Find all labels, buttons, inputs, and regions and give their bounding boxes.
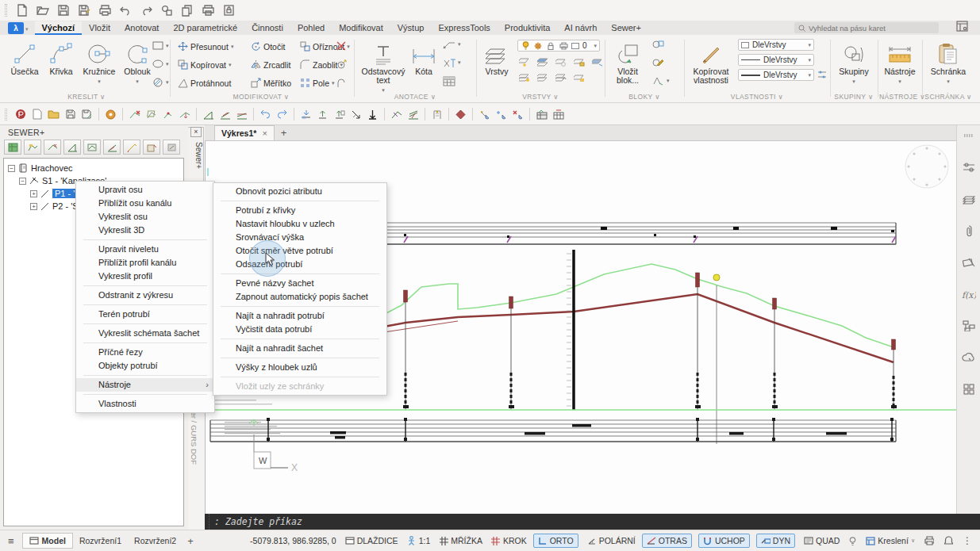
submenu-item-potrubi-z-krivky[interactable]: Potrubí z křivky	[213, 204, 386, 217]
toggle-uchop[interactable]: UCHOP	[698, 534, 750, 548]
export-tool-button[interactable]	[143, 140, 160, 155]
tab-2d-parametricke[interactable]: 2D parametrické	[166, 21, 244, 35]
blocks-panel-icon[interactable]	[962, 382, 976, 396]
open-file-icon[interactable]	[34, 2, 52, 18]
tab-modifikovat[interactable]: Modifikovat	[332, 21, 390, 35]
open-project-button[interactable]	[46, 107, 61, 121]
menu-item-upravit-niveletu[interactable]: Upravit niveletu	[76, 243, 214, 256]
circle-button[interactable]: Kružnice ▾	[79, 38, 119, 86]
menu-item-pricne-rezy[interactable]: Příčné řezy	[76, 346, 214, 359]
move-button[interactable]: Přesunout▾	[178, 41, 233, 52]
new-layout-button[interactable]: +	[187, 535, 194, 547]
panel-close-button[interactable]: ×	[190, 127, 202, 137]
layer-freeze-button[interactable]	[555, 57, 567, 68]
axis-draw-button[interactable]	[127, 107, 142, 121]
save-icon[interactable]	[55, 2, 72, 18]
explode-button[interactable]	[336, 59, 347, 70]
toggle-mrizka[interactable]: MŘÍŽKA	[439, 536, 482, 545]
tools-button[interactable]: Nástroje ▾	[881, 38, 919, 86]
submenu-item-automaticky-popis[interactable]: Zapnout automatický popis šachet	[213, 290, 386, 304]
chart-tool-button[interactable]	[103, 140, 121, 155]
app-button-chevron-icon[interactable]: ▾	[25, 26, 29, 33]
tree-item-project[interactable]: − Hrachovec	[4, 162, 183, 174]
catalog-tool-button[interactable]	[123, 140, 140, 155]
notification-bell-icon[interactable]	[943, 536, 953, 545]
status-overflow-icon[interactable]: ⋮	[963, 535, 972, 546]
groups-button[interactable]: Skupiny ▾	[833, 38, 874, 86]
recalc-up-button[interactable]	[348, 107, 363, 121]
tab-vystup[interactable]: Výstup	[390, 21, 432, 35]
properties-toggle-button[interactable]	[817, 70, 827, 79]
menu-item-odstranit[interactable]: Odstranit z výkresu	[76, 289, 214, 302]
save-project-button[interactable]	[63, 107, 78, 121]
toggle-orto[interactable]: ORTO	[533, 534, 578, 548]
layer-merge-button[interactable]	[592, 57, 603, 68]
submenu-item-najit-nahradit-sachet[interactable]: Najít a nahradit šachet	[213, 342, 386, 355]
toggle-dlazdice[interactable]: DLAŽDICE	[345, 536, 398, 545]
layer-on-icon[interactable]	[521, 41, 530, 51]
project-table-button[interactable]	[4, 140, 21, 155]
polyline-button[interactable]: Křivka	[44, 38, 78, 76]
expand-icon[interactable]: +	[30, 203, 37, 210]
menu-item-nastroje[interactable]: Nástroje ›	[76, 378, 214, 392]
undo-sewer-button[interactable]	[258, 107, 273, 121]
menu-item-vykreslit-3d[interactable]: Vykreslit 3D	[76, 224, 214, 237]
new-file-icon[interactable]	[13, 2, 31, 18]
submenu-item-vycistit-data[interactable]: Vyčistit data potrubí	[213, 323, 386, 336]
axis-tool-button[interactable]	[44, 140, 61, 155]
undo-icon[interactable]	[117, 2, 134, 18]
profile-draw-button[interactable]	[201, 107, 216, 121]
rotate-button[interactable]: Otočit	[251, 41, 285, 52]
app-button[interactable]: λ	[8, 22, 24, 34]
redo-sewer-button[interactable]	[275, 107, 290, 121]
print-preview-icon[interactable]	[96, 2, 113, 18]
layout-tab-model[interactable]: Model	[22, 533, 73, 549]
sheet-set-lock-icon[interactable]	[220, 2, 237, 18]
layer-thaw-button[interactable]	[537, 73, 548, 84]
layout-tab-rozvrzeni1[interactable]: Rozvržení1	[73, 534, 128, 548]
create-block-button[interactable]	[652, 40, 664, 49]
save-as-icon[interactable]	[75, 2, 93, 18]
toolbar-grip[interactable]	[5, 109, 7, 121]
settings-tool-button[interactable]	[163, 140, 180, 155]
document-tab[interactable]: Výkres1* ×	[214, 125, 275, 140]
layers-button[interactable]: Vrstvy	[479, 38, 514, 76]
toggle-annotation-scale[interactable]: 1:1	[407, 536, 431, 545]
expand-icon[interactable]: +	[30, 190, 37, 197]
tab-sewer-plus[interactable]: Sewer+	[604, 21, 648, 35]
array-button[interactable]: Pole▾	[300, 78, 335, 88]
node-add-button[interactable]	[477, 107, 492, 121]
section-tool-button[interactable]	[83, 140, 101, 155]
layer-isolate-button[interactable]	[537, 57, 548, 68]
node-delete-button[interactable]	[510, 107, 525, 121]
close-tab-icon[interactable]: ×	[262, 128, 267, 138]
menu-item-vykreslit-osu[interactable]: Vykreslit osu	[76, 210, 214, 224]
menu-item-priblizit-profil[interactable]: Přiblížit profil kanálu	[76, 256, 214, 270]
profile-tool-button[interactable]	[63, 140, 81, 155]
tab-expresstools[interactable]: ExpressTools	[431, 21, 497, 35]
menu-item-schemata-sachet[interactable]: Vykreslit schémata šachet	[76, 327, 214, 340]
tab-produktivita[interactable]: Produktivita	[498, 21, 557, 35]
properties-panel-icon[interactable]	[962, 160, 976, 174]
tools-panel-icon[interactable]	[962, 255, 976, 270]
table-data-button[interactable]	[551, 107, 566, 121]
hamburger-menu-icon[interactable]: ≡	[8, 535, 14, 547]
menu-item-vykreslit-profil[interactable]: Vykreslit profil	[76, 270, 214, 283]
pipe-diamond-button[interactable]	[453, 107, 468, 121]
fx-panel-icon[interactable]: f(x)	[962, 287, 976, 301]
dimension-button[interactable]: Kóta	[409, 38, 438, 76]
cloud-panel-icon[interactable]	[962, 350, 976, 365]
layout-tab-rozvrzeni2[interactable]: Rozvržení2	[128, 534, 183, 548]
new-tab-button[interactable]: +	[281, 127, 287, 139]
toggle-polarni[interactable]: POLÁRNÍ	[587, 536, 636, 545]
stretch-button[interactable]: Protáhnout	[178, 78, 231, 88]
save-project-as-button[interactable]	[79, 107, 94, 121]
ribbon-search-input[interactable]	[809, 24, 928, 33]
leader-button[interactable]: ▾	[443, 40, 461, 49]
menu-item-vlastnosti[interactable]: Vlastnosti	[76, 397, 214, 411]
layer-previous-button[interactable]	[574, 73, 585, 84]
menu-item-teren-potrubi[interactable]: Terén potrubí	[76, 308, 214, 321]
toggle-dyn[interactable]: DYN	[756, 534, 795, 548]
new-project-button[interactable]	[29, 107, 44, 121]
collapse-icon[interactable]: −	[19, 178, 26, 185]
